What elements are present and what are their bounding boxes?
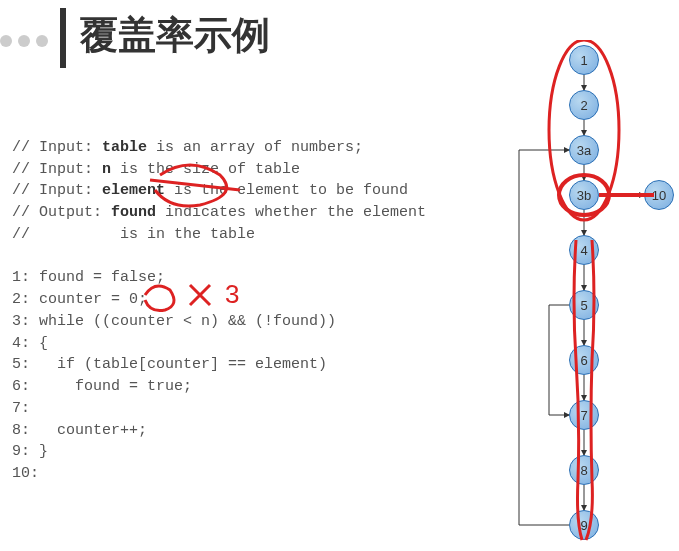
flow-node-7: 7 (569, 400, 599, 430)
code-line: 2: counter = 0; (12, 291, 147, 308)
comment-line: // Output: found indicates whether the e… (12, 204, 426, 221)
flow-node-8: 8 (569, 455, 599, 485)
flow-node-10: 10 (644, 180, 674, 210)
code-line: 5: if (table[counter] == element) (12, 356, 327, 373)
comment-line: // is in the table (12, 226, 255, 243)
dot (0, 35, 12, 47)
flow-node-3a: 3a (569, 135, 599, 165)
flow-node-9: 9 (569, 510, 599, 540)
code-line: 8: counter++; (12, 422, 147, 439)
comment-line: // Input: n is the size of table (12, 161, 300, 178)
code-line: 9: } (12, 443, 48, 460)
code-line: 6: found = true; (12, 378, 192, 395)
dot (18, 35, 30, 47)
flow-node-3b: 3b (569, 180, 599, 210)
flow-node-6: 6 (569, 345, 599, 375)
flowchart: 1 2 3a 3b 10 4 5 6 7 8 9 (504, 40, 674, 550)
title-divider (60, 8, 66, 68)
decorative-dots (0, 35, 48, 47)
flow-node-4: 4 (569, 235, 599, 265)
code-line: 4: { (12, 335, 48, 352)
dot (36, 35, 48, 47)
comment-line: // Input: element is the element to be f… (12, 182, 408, 199)
page-title: 覆盖率示例 (80, 10, 270, 61)
code-block: // Input: table is an array of numbers; … (12, 115, 426, 485)
code-line: 7: (12, 400, 30, 417)
code-line: 10: (12, 465, 39, 482)
code-line: 3: while ((counter < n) && (!found)) (12, 313, 336, 330)
flow-node-2: 2 (569, 90, 599, 120)
flow-node-1: 1 (569, 45, 599, 75)
flow-node-5: 5 (569, 290, 599, 320)
code-line: 1: found = false; (12, 269, 165, 286)
comment-line: // Input: table is an array of numbers; (12, 139, 363, 156)
